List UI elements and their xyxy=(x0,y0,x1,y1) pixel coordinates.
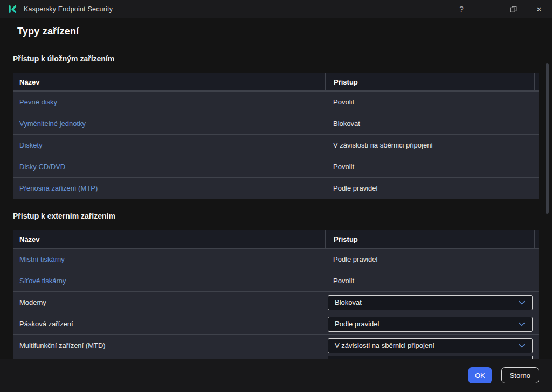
device-link-local-printers[interactable]: Místní tiskárny xyxy=(19,255,65,263)
device-link-removable-drives[interactable]: Vyměnitelné jednotky xyxy=(19,120,86,128)
column-header-gap xyxy=(534,73,539,90)
content-area: Typy zařízení Přístup k úložným zařízení… xyxy=(0,25,552,360)
access-select-tape-devices[interactable]: Podle pravidel xyxy=(328,317,533,332)
device-link-floppy-disks[interactable]: Diskety xyxy=(19,141,43,149)
table-row: Pevné disky Povolit xyxy=(13,91,539,113)
vertical-scrollbar-thumb[interactable] xyxy=(546,63,549,214)
column-header-name: Název xyxy=(13,73,325,90)
section-heading-external: Přístup k externím zařízením xyxy=(13,212,539,221)
column-header-access: Přístup xyxy=(325,73,534,90)
column-header-access: Přístup xyxy=(325,230,534,248)
section-heading-storage: Přístup k úložným zařízením xyxy=(13,54,539,64)
minimize-button[interactable]: — xyxy=(474,0,500,18)
footer-bar: OK Storno xyxy=(0,359,552,392)
storage-devices-table: Název Přístup Pevné disky Povolit Vyměni… xyxy=(13,73,539,199)
chevron-down-icon xyxy=(518,342,526,349)
device-label-tape-devices: Pásková zařízení xyxy=(19,320,73,328)
access-value: Blokovat xyxy=(333,120,360,128)
help-button[interactable]: ? xyxy=(448,0,474,18)
ok-button[interactable]: OK xyxy=(468,367,492,383)
access-value: Povolit xyxy=(333,163,354,171)
kaspersky-logo xyxy=(8,4,18,14)
page-title: Typy zařízení xyxy=(17,25,539,37)
restore-button[interactable] xyxy=(500,0,526,18)
titlebar: Kaspersky Endpoint Security ? — ✕ xyxy=(0,0,552,18)
device-link-cd-dvd[interactable]: Disky CD/DVD xyxy=(19,163,65,171)
table-row: Místní tiskárny Podle pravidel xyxy=(13,248,539,270)
column-header-name: Název xyxy=(13,230,325,248)
table-row: Vyměnitelné jednotky Blokovat xyxy=(13,113,539,134)
access-value: V závislosti na sběrnici připojení xyxy=(333,141,433,149)
close-button[interactable]: ✕ xyxy=(526,0,552,18)
external-devices-table: Název Přístup Místní tiskárny Podle prav… xyxy=(13,230,539,360)
select-value: Blokovat xyxy=(335,298,362,306)
access-select-modems[interactable]: Blokovat xyxy=(328,295,533,310)
device-link-network-printers[interactable]: Síťové tiskárny xyxy=(19,277,66,285)
select-value: Podle pravidel xyxy=(335,320,379,328)
chevron-down-icon xyxy=(518,299,526,306)
device-label-modems: Modemy xyxy=(19,298,46,306)
device-label-multifunction-mtd: Multifunkční zařízení (MTD) xyxy=(19,341,106,349)
chevron-down-icon xyxy=(518,321,526,327)
access-value: Podle pravidel xyxy=(333,255,377,263)
access-value: Povolit xyxy=(333,98,354,106)
table-row: Přenosná zařízení (MTP) Podle pravidel xyxy=(13,177,539,199)
access-value: Povolit xyxy=(333,277,354,285)
restore-icon xyxy=(510,6,517,13)
table-header: Název Přístup xyxy=(13,230,539,248)
device-link-hard-drives[interactable]: Pevné disky xyxy=(19,98,57,106)
window-title: Kaspersky Endpoint Security xyxy=(24,5,113,13)
select-value: V závislosti na sběrnici připojení xyxy=(335,341,434,349)
table-row: Diskety V závislosti na sběrnici připoje… xyxy=(13,134,539,156)
access-value: Podle pravidel xyxy=(333,184,377,192)
app-window: Kaspersky Endpoint Security ? — ✕ Typy z… xyxy=(0,0,552,392)
table-row: Disky CD/DVD Povolit xyxy=(13,156,539,177)
table-header: Název Přístup xyxy=(13,73,539,91)
column-header-gap xyxy=(534,230,539,248)
device-link-portable-mtp[interactable]: Přenosná zařízení (MTP) xyxy=(19,184,98,192)
access-select-multifunction[interactable]: V závislosti na sběrnici připojení xyxy=(328,338,533,353)
cancel-button[interactable]: Storno xyxy=(501,367,539,383)
table-row: Multifunkční zařízení (MTD) V závislosti… xyxy=(13,334,539,356)
table-row: Pásková zařízení Podle pravidel xyxy=(13,313,539,334)
table-row: Modemy Blokovat xyxy=(13,291,539,313)
table-row: Síťové tiskárny Povolit xyxy=(13,270,539,291)
